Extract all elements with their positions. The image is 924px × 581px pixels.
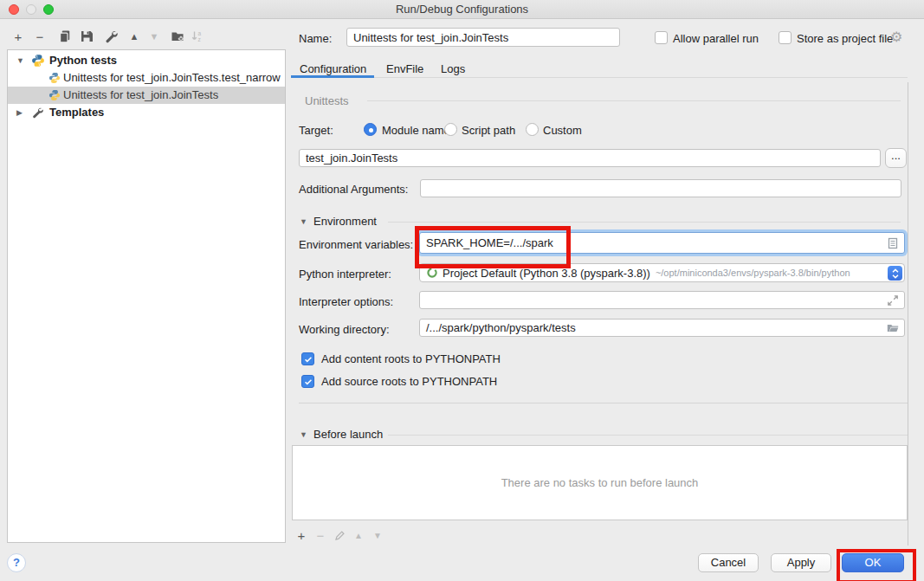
svg-text:a: a <box>198 30 202 36</box>
browse-target-button[interactable]: ... <box>885 148 907 168</box>
apply-button[interactable]: Apply <box>771 553 831 572</box>
tab-envfile[interactable]: EnvFile <box>386 62 423 75</box>
python-interpreter-value: Project Default (Python 3.8 (pyspark-3.8… <box>443 267 650 280</box>
chevron-down-icon[interactable]: ▼ <box>16 56 24 65</box>
dropdown-stepper-icon[interactable] <box>888 266 902 281</box>
remove-icon: − <box>317 528 325 543</box>
tree-item-unittest-narrow[interactable]: Unittests for test_join.JoinTests.test_n… <box>8 69 285 87</box>
create-folder-button[interactable] <box>169 28 186 45</box>
additional-arguments-label: Additional Arguments: <box>299 183 408 196</box>
close-window-button[interactable] <box>9 4 19 15</box>
allow-parallel-run-label: Allow parallel run <box>673 32 759 45</box>
before-launch-move-up-button[interactable]: ▲ <box>350 526 367 544</box>
tree-item-label: Unittests for test_join.JoinTests <box>63 88 218 101</box>
wrench-icon <box>104 29 118 43</box>
sort-az-icon: az <box>191 29 204 43</box>
ok-button[interactable]: OK <box>842 553 904 572</box>
allow-parallel-run-checkbox[interactable] <box>655 31 668 44</box>
move-down-icon: ▼ <box>150 31 159 42</box>
save-icon <box>80 29 94 43</box>
conda-env-icon <box>426 267 438 279</box>
interpreter-options-input[interactable] <box>419 291 905 309</box>
environment-variables-label: Environment variables: <box>299 238 413 251</box>
zoom-window-button[interactable] <box>43 4 54 15</box>
add-source-roots-label: Add source roots to PYTHONPATH <box>321 375 497 388</box>
add-source-roots-checkbox[interactable] <box>301 375 314 388</box>
chevron-right-icon[interactable]: ▶ <box>16 108 23 117</box>
target-script-path-radio[interactable] <box>444 123 457 136</box>
help-button[interactable]: ? <box>7 553 26 572</box>
move-down-button[interactable]: ▼ <box>145 28 163 45</box>
cancel-button-label: Cancel <box>711 556 746 569</box>
pencil-icon <box>333 529 346 542</box>
python-interpreter-label: Python interpreter: <box>299 268 391 281</box>
python-logo-icon <box>31 54 45 68</box>
before-launch-move-down-button[interactable]: ▼ <box>369 526 386 544</box>
unittests-group-title: Unittests <box>305 94 349 107</box>
content-right-border <box>908 82 908 545</box>
add-configuration-button[interactable]: + <box>10 28 27 45</box>
panel-bottom-divider <box>299 403 908 403</box>
target-module-name-label: Module name <box>382 124 450 137</box>
help-icon: ? <box>13 556 20 569</box>
sort-configurations-button[interactable]: az <box>189 28 206 45</box>
additional-arguments-input[interactable] <box>420 179 901 197</box>
python-test-icon <box>48 89 61 101</box>
save-configuration-button[interactable] <box>78 28 95 45</box>
gear-icon[interactable]: ⚙ <box>890 29 902 45</box>
store-as-project-file-checkbox[interactable] <box>779 31 792 44</box>
section-divider <box>388 435 908 436</box>
add-content-roots-label: Add content roots to PYTHONPATH <box>321 352 501 365</box>
tree-item-label: Unittests for test_join.JoinTests.test_n… <box>63 71 281 84</box>
store-as-project-file-label: Store as project file <box>797 32 893 45</box>
cancel-button[interactable]: Cancel <box>698 553 759 572</box>
wrench-icon <box>31 107 43 119</box>
before-launch-section-title: Before launch <box>313 428 383 441</box>
folder-icon[interactable] <box>886 321 900 335</box>
before-launch-add-button[interactable]: + <box>293 526 310 544</box>
environment-variables-value: SPARK_HOME=/.../spark <box>426 236 553 249</box>
tree-item-templates[interactable]: ▶ Templates <box>8 104 285 121</box>
target-custom-label: Custom <box>543 124 582 137</box>
copy-icon <box>58 29 72 43</box>
interpreter-options-label: Interpreter options: <box>299 295 393 308</box>
active-tab-underline <box>291 75 374 78</box>
new-folder-icon <box>171 29 184 43</box>
before-launch-empty-message: There are no tasks to run before launch <box>501 476 699 489</box>
python-interpreter-path: ~/opt/miniconda3/envs/pyspark-3.8/bin/py… <box>656 268 850 278</box>
target-input[interactable] <box>299 149 881 167</box>
tree-item-label: Templates <box>49 106 104 119</box>
environment-variables-input[interactable]: SPARK_HOME=/.../spark <box>419 232 905 254</box>
target-custom-radio[interactable] <box>526 123 539 136</box>
working-directory-label: Working directory: <box>299 323 390 336</box>
tree-item-label: Python tests <box>49 54 117 67</box>
tabs-divider <box>291 77 908 78</box>
group-divider <box>367 100 901 101</box>
tree-item-unittest-jointests-selected[interactable]: Unittests for test_join.JoinTests <box>8 87 285 104</box>
python-test-icon <box>48 72 61 84</box>
tab-configuration[interactable]: Configuration <box>300 62 366 75</box>
environment-collapse-icon[interactable]: ▼ <box>300 217 307 226</box>
browse-env-vars-icon[interactable] <box>886 236 900 250</box>
expand-icon[interactable] <box>886 294 900 307</box>
move-up-button[interactable]: ▲ <box>126 28 143 45</box>
before-launch-tasks-list[interactable]: There are no tasks to run before launch <box>292 445 908 520</box>
tree-item-python-tests[interactable]: ▼ Python tests <box>8 52 285 69</box>
remove-configuration-button[interactable]: − <box>31 28 48 45</box>
before-launch-remove-button[interactable]: − <box>312 526 329 544</box>
move-down-icon: ▼ <box>373 531 382 540</box>
working-directory-input[interactable]: /.../spark/python/pyspark/tests <box>419 319 905 337</box>
working-directory-value: /.../spark/python/pyspark/tests <box>426 321 576 334</box>
target-module-name-radio[interactable] <box>364 123 377 136</box>
tab-logs[interactable]: Logs <box>441 62 465 75</box>
copy-configuration-button[interactable] <box>56 28 74 45</box>
titlebar: Run/Debug Configurations <box>0 0 924 19</box>
before-launch-collapse-icon[interactable]: ▼ <box>300 430 307 439</box>
edit-templates-button[interactable] <box>102 28 120 45</box>
before-launch-edit-button[interactable] <box>331 526 348 544</box>
section-divider <box>388 222 901 223</box>
python-interpreter-dropdown[interactable]: Project Default (Python 3.8 (pyspark-3.8… <box>419 263 905 282</box>
add-content-roots-checkbox[interactable] <box>301 352 314 365</box>
name-input[interactable] <box>346 28 620 47</box>
ok-button-label: OK <box>865 556 882 569</box>
